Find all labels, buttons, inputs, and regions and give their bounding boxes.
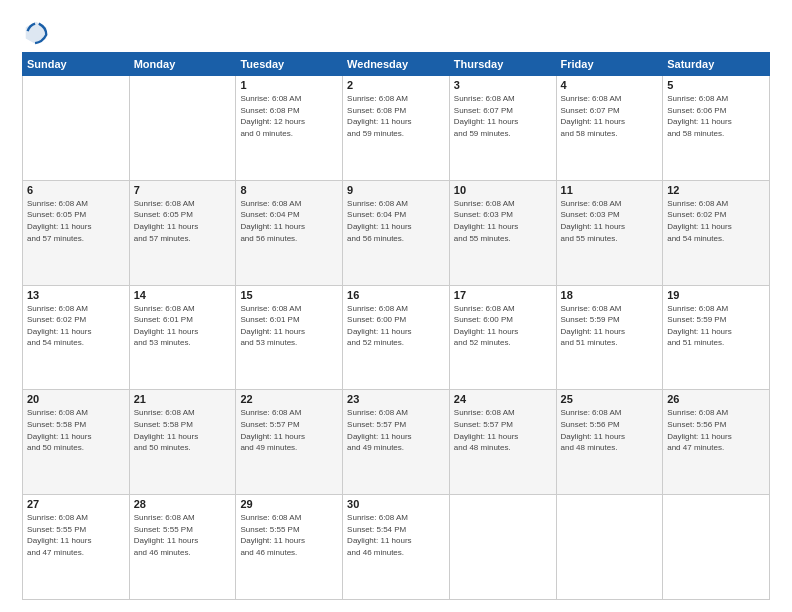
day-number: 20 [27,393,125,405]
calendar-cell: 27Sunrise: 6:08 AM Sunset: 5:55 PM Dayli… [23,495,130,600]
calendar-cell [449,495,556,600]
calendar-cell: 12Sunrise: 6:08 AM Sunset: 6:02 PM Dayli… [663,180,770,285]
day-info: Sunrise: 6:08 AM Sunset: 6:07 PM Dayligh… [561,93,659,139]
day-info: Sunrise: 6:08 AM Sunset: 6:01 PM Dayligh… [134,303,232,349]
col-header-friday: Friday [556,53,663,76]
col-header-tuesday: Tuesday [236,53,343,76]
col-header-thursday: Thursday [449,53,556,76]
calendar-cell: 26Sunrise: 6:08 AM Sunset: 5:56 PM Dayli… [663,390,770,495]
day-info: Sunrise: 6:08 AM Sunset: 6:01 PM Dayligh… [240,303,338,349]
calendar-cell: 8Sunrise: 6:08 AM Sunset: 6:04 PM Daylig… [236,180,343,285]
calendar-cell: 19Sunrise: 6:08 AM Sunset: 5:59 PM Dayli… [663,285,770,390]
day-info: Sunrise: 6:08 AM Sunset: 5:59 PM Dayligh… [561,303,659,349]
day-info: Sunrise: 6:08 AM Sunset: 5:58 PM Dayligh… [27,407,125,453]
day-info: Sunrise: 6:08 AM Sunset: 6:00 PM Dayligh… [347,303,445,349]
day-info: Sunrise: 6:08 AM Sunset: 6:00 PM Dayligh… [454,303,552,349]
day-number: 25 [561,393,659,405]
day-number: 16 [347,289,445,301]
calendar-cell: 30Sunrise: 6:08 AM Sunset: 5:54 PM Dayli… [343,495,450,600]
day-info: Sunrise: 6:08 AM Sunset: 6:04 PM Dayligh… [240,198,338,244]
day-number: 28 [134,498,232,510]
calendar-cell: 29Sunrise: 6:08 AM Sunset: 5:55 PM Dayli… [236,495,343,600]
calendar-cell [129,76,236,181]
day-number: 14 [134,289,232,301]
day-number: 23 [347,393,445,405]
week-row-1: 1Sunrise: 6:08 AM Sunset: 6:08 PM Daylig… [23,76,770,181]
day-info: Sunrise: 6:08 AM Sunset: 6:02 PM Dayligh… [27,303,125,349]
day-number: 3 [454,79,552,91]
col-header-wednesday: Wednesday [343,53,450,76]
day-number: 18 [561,289,659,301]
day-number: 26 [667,393,765,405]
day-info: Sunrise: 6:08 AM Sunset: 6:05 PM Dayligh… [134,198,232,244]
day-number: 8 [240,184,338,196]
day-info: Sunrise: 6:08 AM Sunset: 5:57 PM Dayligh… [240,407,338,453]
calendar-cell: 17Sunrise: 6:08 AM Sunset: 6:00 PM Dayli… [449,285,556,390]
day-number: 24 [454,393,552,405]
calendar-cell: 11Sunrise: 6:08 AM Sunset: 6:03 PM Dayli… [556,180,663,285]
day-info: Sunrise: 6:08 AM Sunset: 6:03 PM Dayligh… [561,198,659,244]
calendar-cell: 3Sunrise: 6:08 AM Sunset: 6:07 PM Daylig… [449,76,556,181]
calendar-cell: 22Sunrise: 6:08 AM Sunset: 5:57 PM Dayli… [236,390,343,495]
col-header-monday: Monday [129,53,236,76]
week-row-5: 27Sunrise: 6:08 AM Sunset: 5:55 PM Dayli… [23,495,770,600]
calendar-cell: 7Sunrise: 6:08 AM Sunset: 6:05 PM Daylig… [129,180,236,285]
day-number: 27 [27,498,125,510]
calendar-cell: 5Sunrise: 6:08 AM Sunset: 6:06 PM Daylig… [663,76,770,181]
calendar-cell: 13Sunrise: 6:08 AM Sunset: 6:02 PM Dayli… [23,285,130,390]
col-header-sunday: Sunday [23,53,130,76]
day-number: 2 [347,79,445,91]
day-number: 5 [667,79,765,91]
calendar-cell: 24Sunrise: 6:08 AM Sunset: 5:57 PM Dayli… [449,390,556,495]
day-info: Sunrise: 6:08 AM Sunset: 5:58 PM Dayligh… [134,407,232,453]
calendar-cell: 23Sunrise: 6:08 AM Sunset: 5:57 PM Dayli… [343,390,450,495]
week-row-3: 13Sunrise: 6:08 AM Sunset: 6:02 PM Dayli… [23,285,770,390]
day-info: Sunrise: 6:08 AM Sunset: 6:02 PM Dayligh… [667,198,765,244]
calendar-table: SundayMondayTuesdayWednesdayThursdayFrid… [22,52,770,600]
day-number: 7 [134,184,232,196]
day-number: 9 [347,184,445,196]
calendar-cell: 28Sunrise: 6:08 AM Sunset: 5:55 PM Dayli… [129,495,236,600]
day-info: Sunrise: 6:08 AM Sunset: 5:54 PM Dayligh… [347,512,445,558]
calendar-cell: 15Sunrise: 6:08 AM Sunset: 6:01 PM Dayli… [236,285,343,390]
week-row-4: 20Sunrise: 6:08 AM Sunset: 5:58 PM Dayli… [23,390,770,495]
day-number: 29 [240,498,338,510]
calendar-cell: 2Sunrise: 6:08 AM Sunset: 6:08 PM Daylig… [343,76,450,181]
day-info: Sunrise: 6:08 AM Sunset: 6:07 PM Dayligh… [454,93,552,139]
logo-icon [22,18,50,46]
day-number: 19 [667,289,765,301]
day-number: 17 [454,289,552,301]
day-info: Sunrise: 6:08 AM Sunset: 5:59 PM Dayligh… [667,303,765,349]
day-number: 1 [240,79,338,91]
calendar-cell: 14Sunrise: 6:08 AM Sunset: 6:01 PM Dayli… [129,285,236,390]
day-info: Sunrise: 6:08 AM Sunset: 5:57 PM Dayligh… [347,407,445,453]
calendar-cell: 21Sunrise: 6:08 AM Sunset: 5:58 PM Dayli… [129,390,236,495]
calendar-cell: 10Sunrise: 6:08 AM Sunset: 6:03 PM Dayli… [449,180,556,285]
day-info: Sunrise: 6:08 AM Sunset: 5:55 PM Dayligh… [27,512,125,558]
calendar-cell [556,495,663,600]
calendar-cell [23,76,130,181]
calendar-cell: 9Sunrise: 6:08 AM Sunset: 6:04 PM Daylig… [343,180,450,285]
day-info: Sunrise: 6:08 AM Sunset: 6:05 PM Dayligh… [27,198,125,244]
header-row: SundayMondayTuesdayWednesdayThursdayFrid… [23,53,770,76]
day-number: 11 [561,184,659,196]
day-info: Sunrise: 6:08 AM Sunset: 5:56 PM Dayligh… [561,407,659,453]
day-info: Sunrise: 6:08 AM Sunset: 5:55 PM Dayligh… [240,512,338,558]
day-number: 13 [27,289,125,301]
calendar-cell: 1Sunrise: 6:08 AM Sunset: 6:08 PM Daylig… [236,76,343,181]
calendar-cell: 6Sunrise: 6:08 AM Sunset: 6:05 PM Daylig… [23,180,130,285]
calendar-cell: 20Sunrise: 6:08 AM Sunset: 5:58 PM Dayli… [23,390,130,495]
page: SundayMondayTuesdayWednesdayThursdayFrid… [0,0,792,612]
day-number: 15 [240,289,338,301]
day-info: Sunrise: 6:08 AM Sunset: 6:08 PM Dayligh… [240,93,338,139]
day-info: Sunrise: 6:08 AM Sunset: 5:57 PM Dayligh… [454,407,552,453]
day-number: 12 [667,184,765,196]
day-info: Sunrise: 6:08 AM Sunset: 5:56 PM Dayligh… [667,407,765,453]
day-info: Sunrise: 6:08 AM Sunset: 6:04 PM Dayligh… [347,198,445,244]
day-number: 21 [134,393,232,405]
day-info: Sunrise: 6:08 AM Sunset: 6:08 PM Dayligh… [347,93,445,139]
calendar-cell: 4Sunrise: 6:08 AM Sunset: 6:07 PM Daylig… [556,76,663,181]
day-number: 30 [347,498,445,510]
day-number: 10 [454,184,552,196]
header [22,18,770,46]
